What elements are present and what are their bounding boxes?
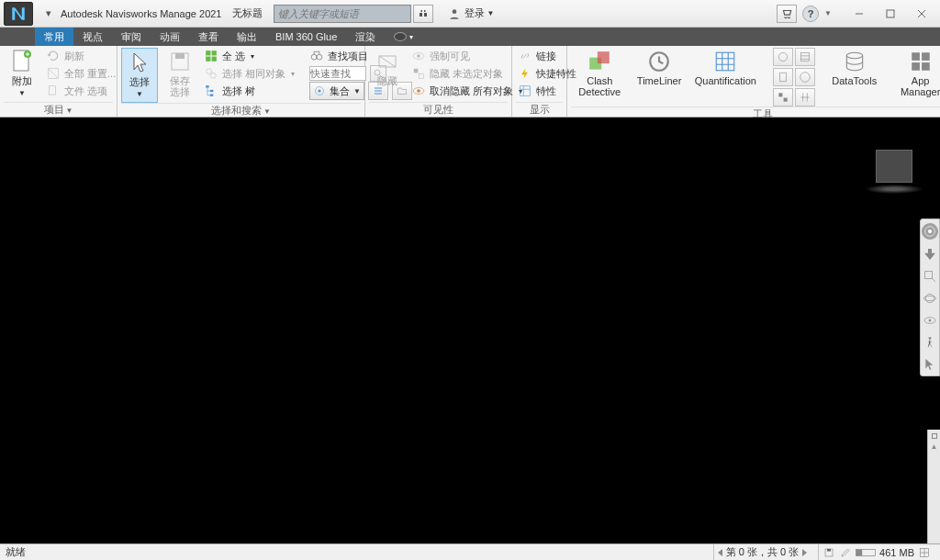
maximize-button[interactable] xyxy=(883,6,898,21)
help-dropdown[interactable]: ▼ xyxy=(824,9,832,17)
tab-render[interactable]: 渲染 xyxy=(346,28,385,46)
search-button[interactable] xyxy=(413,5,433,23)
svg-rect-26 xyxy=(414,69,419,73)
viewport-3d[interactable]: ▲ xyxy=(0,118,940,543)
unhide-icon xyxy=(411,84,426,98)
look-button[interactable] xyxy=(923,313,937,328)
quick-find-input[interactable] xyxy=(309,66,366,81)
app-manager-button[interactable]: App Manager xyxy=(886,48,941,99)
close-button[interactable] xyxy=(914,6,929,21)
tab-visibility-toggle[interactable]: ▾ xyxy=(385,28,422,46)
panel-label-select[interactable]: 选择和搜索▼ xyxy=(121,103,361,118)
walk-button[interactable] xyxy=(923,335,937,350)
timeliner-button[interactable]: TimeLiner xyxy=(632,48,687,88)
panel-label-visibility: 可见性 xyxy=(369,102,508,117)
steering-wheel-button[interactable] xyxy=(922,223,938,240)
panel-display: 链接 快捷特性 特性 显示 xyxy=(512,46,567,117)
svg-rect-8 xyxy=(175,53,185,59)
autodesk-rendering-button[interactable] xyxy=(773,48,793,66)
ribbon-tabs: 常用 视点 审阅 动画 查看 输出 BIM 360 Glue 渲染 ▾ xyxy=(0,28,940,46)
dock-handle[interactable]: ▲ xyxy=(927,430,940,543)
tab-output[interactable]: 输出 xyxy=(228,28,266,46)
status-icons: 461 MB xyxy=(818,544,934,560)
hide-button[interactable]: 隐藏 xyxy=(369,48,406,88)
svg-point-14 xyxy=(210,73,216,78)
clash-detective-button[interactable]: Clash Detective xyxy=(571,48,629,99)
infocenter-search xyxy=(274,5,433,23)
svg-rect-38 xyxy=(778,93,782,96)
animator-button[interactable] xyxy=(795,48,815,66)
tab-viewpoint[interactable]: 视点 xyxy=(73,28,112,46)
svg-point-29 xyxy=(417,89,420,93)
reset-icon xyxy=(46,66,61,81)
login-label: 登录 xyxy=(464,6,485,20)
require-visible-button[interactable]: 强制可见 xyxy=(409,48,524,64)
pan-button[interactable] xyxy=(923,247,937,262)
svg-point-25 xyxy=(417,54,420,58)
svg-rect-34 xyxy=(717,52,735,71)
svg-rect-42 xyxy=(922,52,930,61)
orbit-button[interactable] xyxy=(923,291,937,306)
panel-label-display: 显示 xyxy=(516,102,563,117)
quantification-button[interactable]: Quantification xyxy=(690,48,761,88)
render-icon xyxy=(777,50,789,63)
user-icon xyxy=(444,5,464,23)
login-area[interactable]: 登录 ▼ xyxy=(442,5,494,23)
panel-label-project[interactable]: 项目▼ xyxy=(4,102,113,117)
append-button[interactable]: 附加▼ xyxy=(4,48,40,101)
select-same-button[interactable]: 选择 相同对象▾ xyxy=(202,65,297,82)
hide-unselected-button[interactable]: 隐藏 未选定对象 xyxy=(409,65,524,82)
select-tool-button[interactable] xyxy=(923,357,937,372)
file-options-button[interactable]: 文件 选项 xyxy=(44,83,118,99)
tab-review[interactable]: 审阅 xyxy=(112,28,151,46)
svg-rect-16 xyxy=(210,90,214,92)
sheet-navigator: 第 0 张，共 0 张 xyxy=(713,544,811,560)
selection-tree-button[interactable]: 选择 树 xyxy=(202,83,297,99)
tab-animation[interactable]: 动画 xyxy=(151,28,189,46)
select-button[interactable]: 选择▼ xyxy=(121,48,158,103)
viewcube[interactable] xyxy=(876,150,912,183)
scripter-button[interactable] xyxy=(773,68,793,86)
sets-dropdown[interactable]: 集合▼ xyxy=(309,82,364,100)
minimize-button[interactable] xyxy=(852,6,867,21)
refresh-button[interactable]: 刷新 xyxy=(44,48,118,64)
help-button[interactable]: ? xyxy=(802,6,819,22)
title-bar: ▾ Autodesk Navisworks Manage 2021 无标题 登录… xyxy=(0,0,940,28)
search-input[interactable] xyxy=(274,5,411,23)
refresh-icon xyxy=(46,49,61,63)
script-icon xyxy=(777,71,789,84)
unhide-all-button[interactable]: 取消隐藏 所有对象▾ xyxy=(409,83,524,99)
palette-icon xyxy=(799,71,811,84)
compare-button[interactable] xyxy=(795,88,815,106)
pencil-indicator-icon[interactable] xyxy=(839,547,852,558)
svg-point-40 xyxy=(846,52,862,59)
svg-rect-6 xyxy=(49,86,55,95)
exchange-button[interactable] xyxy=(777,5,797,23)
sets-icon xyxy=(313,84,326,97)
appearance-profiler-button[interactable] xyxy=(795,68,815,86)
tab-view[interactable]: 查看 xyxy=(189,28,228,46)
save-indicator-icon[interactable] xyxy=(822,547,835,558)
select-all-button[interactable]: 全 选▾ xyxy=(202,48,297,64)
tab-home[interactable]: 常用 xyxy=(35,28,73,46)
zoom-button[interactable] xyxy=(923,269,937,284)
memory-bar-icon xyxy=(856,547,876,558)
app-menu-button[interactable] xyxy=(4,2,33,26)
help-icon: ? xyxy=(808,8,814,19)
sheet-next-button[interactable] xyxy=(802,549,807,556)
viewcube-compass[interactable] xyxy=(865,185,923,194)
panel-project: 附加▼ 刷新 全部 重置... 文件 选项 项目▼ xyxy=(0,46,118,117)
app-title: Autodesk Navisworks Manage 2021 xyxy=(61,8,221,19)
sheet-prev-button[interactable] xyxy=(718,549,722,556)
svg-rect-39 xyxy=(784,98,788,102)
datatools-button[interactable]: DataTools xyxy=(827,48,882,88)
reset-all-button[interactable]: 全部 重置... xyxy=(44,65,118,82)
batch-utility-button[interactable] xyxy=(773,88,793,106)
save-selection-button[interactable]: 保存选择 xyxy=(162,48,198,99)
ribbon: 附加▼ 刷新 全部 重置... 文件 选项 项目▼ 选择▼ 保存选择 全 选▾ … xyxy=(0,46,940,118)
svg-rect-17 xyxy=(210,95,214,96)
svg-point-19 xyxy=(317,54,322,60)
grid-indicator-icon[interactable] xyxy=(918,547,931,558)
qat-dropdown[interactable]: ▾ xyxy=(40,6,57,22)
tab-bim360[interactable]: BIM 360 Glue xyxy=(266,28,346,46)
